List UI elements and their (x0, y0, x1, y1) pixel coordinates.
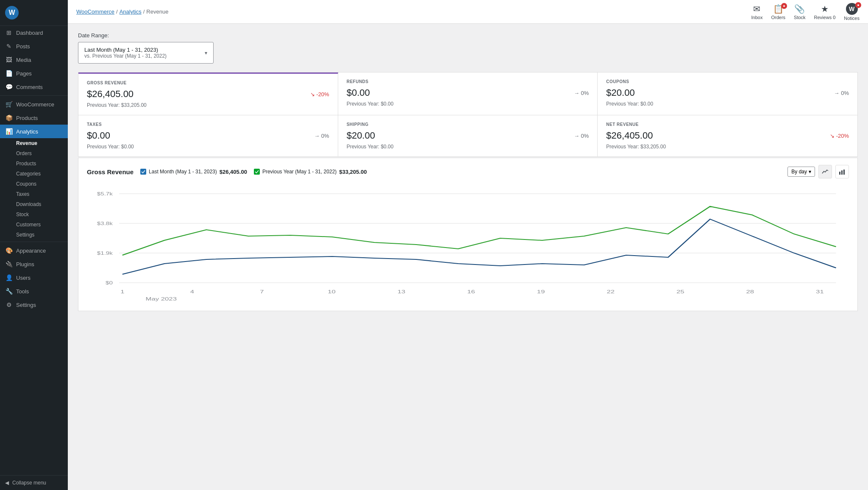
sidebar-sub-customers[interactable]: Customers (0, 220, 68, 230)
topbar-stock-button[interactable]: 📎 Stock (794, 4, 806, 20)
sidebar-sub-taxes[interactable]: Taxes (0, 189, 68, 199)
sidebar-item-products[interactable]: 📦 Products (0, 111, 68, 125)
breadcrumb-separator-2: / (143, 8, 145, 15)
legend-checkbox-current (140, 169, 146, 175)
svg-rect-2 (843, 170, 845, 175)
sidebar-item-users[interactable]: 👤 Users (0, 271, 68, 284)
stat-value-row: $26,405.00 ↘ -20% (87, 89, 329, 100)
notices-badge: ● (855, 2, 861, 8)
users-icon: 👤 (5, 274, 13, 281)
sidebar-sub-products[interactable]: Products (0, 159, 68, 169)
sidebar-item-label: Dashboard (16, 30, 43, 36)
stat-card-net-revenue[interactable]: NET REVENUE $26,405.00 ↘ -20% Previous Y… (598, 115, 857, 156)
line-chart-button[interactable] (818, 165, 832, 178)
sidebar-item-label: Media (16, 57, 31, 63)
stat-prev: Previous Year: $0.00 (87, 144, 329, 150)
sidebar-item-woocommerce[interactable]: 🛒 WooCommerce (0, 97, 68, 111)
chart-title: Gross Revenue (87, 168, 134, 175)
sidebar-sub-revenue[interactable]: Revenue (0, 138, 68, 148)
breadcrumb-current: Revenue (146, 8, 168, 15)
sidebar-item-pages[interactable]: 📄 Pages (0, 67, 68, 80)
breadcrumb-woocommerce[interactable]: WooCommerce (76, 8, 114, 15)
svg-text:$5.7k: $5.7k (97, 192, 113, 197)
sidebar-item-label: Appearance (16, 248, 46, 254)
stat-value: $0.00 (347, 87, 370, 98)
settings-icon: ⚙ (5, 301, 13, 308)
date-range-select[interactable]: Last Month (May 1 - 31, 2023) vs. Previo… (78, 42, 214, 64)
products-icon: 📦 (5, 114, 13, 121)
plugins-icon: 🔌 (5, 261, 13, 267)
svg-text:$3.8k: $3.8k (97, 221, 113, 226)
woocommerce-icon: 🛒 (5, 101, 13, 108)
stat-value: $0.00 (87, 130, 110, 141)
topbar: WooCommerce / Analytics / Revenue ✉ Inbo… (68, 0, 868, 24)
revenue-chart: $5.7k $3.8k $1.9k $0 1 4 7 10 13 16 19 (87, 185, 849, 304)
stat-label: REFUNDS (347, 79, 589, 84)
sidebar-item-settings[interactable]: ⚙ Settings (0, 298, 68, 312)
topbar-reviews-button[interactable]: ★ Reviews 0 (814, 4, 836, 20)
stats-grid: GROSS REVENUE $26,405.00 ↘ -20% Previous… (78, 72, 858, 157)
sidebar: W ⊞ Dashboard ✎ Posts 🖼 Media 📄 Pages 💬 … (0, 0, 68, 490)
collapse-menu-button[interactable]: ◀ Collapse menu (0, 475, 68, 490)
stat-change: → 0% (834, 90, 849, 96)
legend-prev[interactable]: Previous Year (May 1 - 31, 2022) $33,205… (254, 169, 367, 175)
stat-value-row: $26,405.00 ↘ -20% (606, 130, 849, 141)
legend-current[interactable]: Last Month (May 1 - 31, 2023) $26,405.00 (140, 169, 247, 175)
content-area: Date Range: Last Month (May 1 - 31, 2023… (68, 24, 868, 490)
bar-chart-button[interactable] (835, 165, 849, 178)
svg-text:22: 22 (606, 289, 615, 294)
pages-icon: 📄 (5, 70, 13, 77)
date-range-main: Last Month (May 1 - 31, 2023) (84, 47, 167, 53)
stat-card-gross-revenue[interactable]: GROSS REVENUE $26,405.00 ↘ -20% Previous… (78, 72, 338, 115)
sidebar-item-analytics[interactable]: 📊 Analytics (0, 125, 68, 138)
svg-text:10: 10 (328, 289, 336, 294)
breadcrumb-analytics[interactable]: Analytics (120, 8, 142, 15)
stock-label: Stock (794, 15, 806, 20)
sidebar-sub-settings[interactable]: Settings (0, 230, 68, 240)
orders-label: Orders (771, 15, 785, 20)
stat-card-shipping[interactable]: SHIPPING $20.00 → 0% Previous Year: $0.0… (338, 115, 598, 156)
stat-change: ↘ -20% (830, 133, 849, 139)
sidebar-item-dashboard[interactable]: ⊞ Dashboard (0, 26, 68, 39)
sidebar-item-tools[interactable]: 🔧 Tools (0, 284, 68, 298)
main-area: WooCommerce / Analytics / Revenue ✉ Inbo… (68, 0, 868, 490)
stat-prev: Previous Year: $0.00 (347, 101, 589, 107)
stat-card-refunds[interactable]: REFUNDS $0.00 → 0% Previous Year: $0.00 (338, 72, 598, 115)
sidebar-item-label: WooCommerce (16, 101, 54, 108)
svg-text:16: 16 (467, 289, 475, 294)
topbar-inbox-button[interactable]: ✉ Inbox (751, 4, 763, 20)
sidebar-sub-stock[interactable]: Stock (0, 209, 68, 220)
svg-rect-0 (839, 172, 840, 175)
notices-label: Notices (844, 16, 860, 21)
comments-icon: 💬 (5, 84, 13, 90)
stat-change: → 0% (574, 133, 589, 139)
sidebar-sub-downloads[interactable]: Downloads (0, 199, 68, 209)
sidebar-item-plugins[interactable]: 🔌 Plugins (0, 257, 68, 271)
sidebar-sub-orders[interactable]: Orders (0, 148, 68, 159)
chart-section: Gross Revenue Last Month (May 1 - 31, 20… (78, 158, 858, 311)
svg-text:25: 25 (676, 289, 684, 294)
by-day-select[interactable]: By day ▾ (787, 167, 815, 177)
sidebar-item-appearance[interactable]: 🎨 Appearance (0, 244, 68, 257)
sidebar-item-comments[interactable]: 💬 Comments (0, 80, 68, 94)
sidebar-sub-categories[interactable]: Categories (0, 169, 68, 179)
topbar-orders-button[interactable]: 📋 ● Orders (771, 4, 785, 20)
sidebar-item-media[interactable]: 🖼 Media (0, 53, 68, 67)
sidebar-sub-coupons[interactable]: Coupons (0, 179, 68, 189)
stat-value: $26,405.00 (606, 130, 653, 141)
sidebar-item-label: Pages (16, 70, 32, 77)
sidebar-item-posts[interactable]: ✎ Posts (0, 39, 68, 53)
sidebar-item-label: Comments (16, 84, 43, 90)
stat-card-taxes[interactable]: TAXES $0.00 → 0% Previous Year: $0.00 (78, 115, 338, 156)
stat-label: GROSS REVENUE (87, 81, 329, 85)
topbar-notices-button[interactable]: W ● Notices (844, 3, 860, 21)
tools-icon: 🔧 (5, 288, 13, 295)
stat-value-row: $0.00 → 0% (347, 87, 589, 98)
stat-label: TAXES (87, 122, 329, 127)
analytics-icon: 📊 (5, 128, 13, 135)
stat-value: $26,405.00 (87, 89, 134, 100)
stat-card-coupons[interactable]: COUPONS $20.00 → 0% Previous Year: $0.00 (598, 72, 857, 115)
collapse-icon: ◀ (5, 480, 9, 486)
stat-change: → 0% (314, 133, 329, 139)
svg-text:28: 28 (746, 289, 754, 294)
